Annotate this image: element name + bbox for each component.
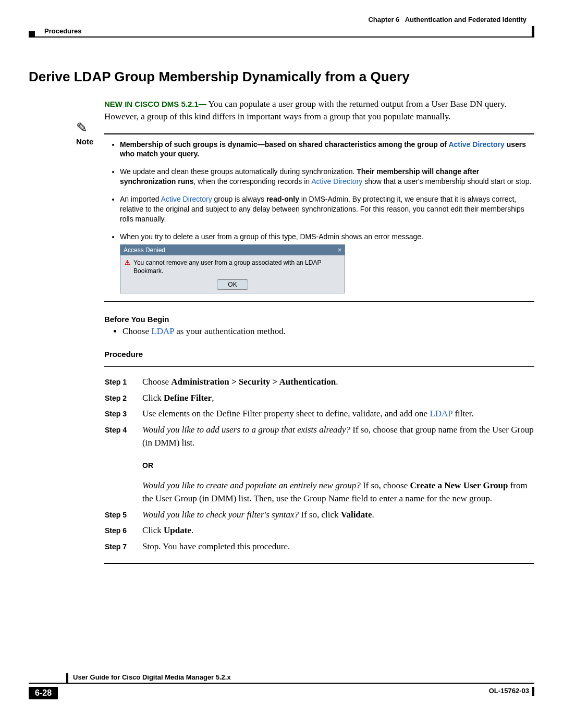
procedure-heading: Procedure [104, 350, 534, 359]
footer-right-bar [532, 687, 534, 696]
step-label: Step 5 [104, 508, 142, 524]
step-row: Step 4Would you like to add users to a g… [104, 423, 534, 452]
step-text: Would you like to add users to a group t… [142, 423, 534, 452]
step-text: Use elements on the Define Filter proper… [142, 406, 534, 423]
step-text: Stop. You have completed this procedure. [142, 539, 534, 556]
new-in-tag: NEW IN CISCO DMS 5.2.1— [104, 100, 206, 108]
header-left-square [29, 31, 35, 38]
header-right-mark [532, 26, 534, 36]
note-item-2: We update and clean these groups automat… [120, 167, 534, 187]
step-text: Click Update. [142, 523, 534, 539]
note-item-1: Membership of such groups is dynamic—bas… [120, 140, 534, 159]
step-row: Step 6Click Update. [104, 523, 534, 539]
note-label: Note [76, 137, 93, 146]
before-you-begin-heading: Before You Begin [104, 315, 534, 324]
step-label: Step 1 [104, 375, 142, 391]
step-label: Step 2 [104, 391, 142, 407]
step-text: Click Define Filter, [142, 391, 534, 407]
step-row: Step 3Use elements on the Define Filter … [104, 406, 534, 423]
step-text: Would you like to check your filter's sy… [142, 508, 534, 524]
page-footer: User Guide for Cisco Digital Media Manag… [29, 683, 534, 712]
steps-table: Step 1Choose Administration > Security >… [104, 375, 534, 555]
step-label: Step 3 [104, 406, 142, 423]
step4-extra: Would you like to create and populate an… [142, 479, 534, 505]
note-list: Membership of such groups is dynamic—bas… [104, 140, 534, 294]
note-item-4: When you try to delete a user from a gro… [120, 232, 534, 294]
dialog-message: You cannot remove any user from a group … [133, 258, 340, 275]
ok-button[interactable]: OK [217, 279, 248, 290]
step-label: Step 6 [104, 523, 142, 539]
before-you-begin-list: Choose LDAP as your authentication metho… [123, 326, 534, 337]
section-title: Derive LDAP Group Membership Dynamically… [29, 69, 534, 85]
footer-left-bar [66, 673, 68, 683]
pencil-icon: ✎ [76, 120, 88, 136]
step-row: Step 2Click Define Filter, [104, 391, 534, 407]
byb-item: Choose LDAP as your authentication metho… [123, 326, 534, 337]
intro-paragraph: NEW IN CISCO DMS 5.2.1— You can populate… [104, 98, 534, 123]
step-text: Choose Administration > Security > Authe… [142, 375, 534, 391]
warning-icon: ⚠ [125, 258, 130, 267]
note-bottom-rule [104, 301, 534, 302]
note-block: ✎ Note Membership of such groups is dyna… [104, 133, 534, 302]
step-row: Step 7Stop. You have completed this proc… [104, 539, 534, 556]
access-denied-dialog: Access Denied × ⚠ You cannot remove any … [120, 244, 345, 294]
page-header: Procedures Chapter 6 Authentication and … [29, 16, 534, 38]
procedure-bottom-rule [104, 563, 534, 564]
step-row: Step 1Choose Administration > Security >… [104, 375, 534, 391]
step-row: Step 5Would you like to check your filte… [104, 508, 534, 524]
header-chapter: Chapter 6 Authentication and Federated I… [368, 16, 527, 23]
header-procedures: Procedures [44, 27, 82, 35]
procedure-top-rule [104, 366, 534, 367]
or-label: OR [142, 460, 534, 471]
dialog-titlebar: Access Denied × [120, 245, 345, 255]
note-item-3: An imported Active Directory group is al… [120, 194, 534, 224]
footer-guide-title: User Guide for Cisco Digital Media Manag… [73, 673, 231, 681]
step-label: Step 4 [104, 423, 142, 452]
dialog-title: Access Denied [124, 246, 165, 254]
step-label: Step 7 [104, 539, 142, 556]
doc-id: OL-15762-03 [489, 687, 529, 695]
page-number: 6-28 [29, 687, 58, 699]
close-icon[interactable]: × [338, 246, 341, 254]
